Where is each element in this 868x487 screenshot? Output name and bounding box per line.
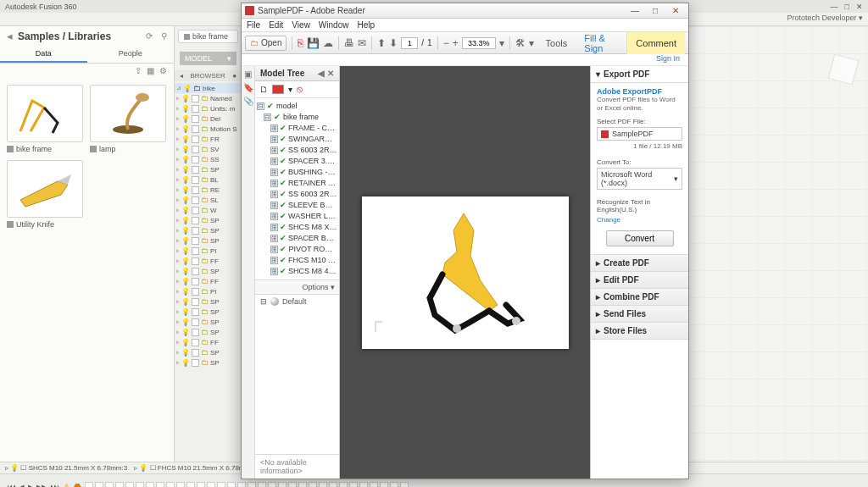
selected-file-field[interactable]: SamplePDF [597,127,682,141]
zoom-input[interactable] [462,37,496,49]
user-menu[interactable]: Prototech Developer ▾ [787,14,863,22]
document-view[interactable] [340,66,590,479]
zoom-in-icon[interactable]: + [453,37,459,49]
page-input[interactable] [401,37,418,49]
tree-row[interactable]: ▹💡🗀BL [175,174,242,185]
menu-window[interactable]: Window [319,20,349,30]
tree-row[interactable]: ▹💡🗀SL [175,195,242,205]
tree-row[interactable]: ▹💡🗀SP [175,266,242,276]
model-tree-item[interactable]: ⊞✔PIVOT ROCKER [257,244,337,255]
model-tree-item[interactable]: ⊞✔FHCS M10 21.5m [257,255,337,266]
reader-titlebar[interactable]: SamplePDF - Adobe Reader — □ ✕ [242,3,688,19]
tree-row[interactable]: ▹💡🗀SP [175,357,242,368]
tab-people[interactable]: People [87,46,175,63]
reader-close-icon[interactable]: ✕ [666,5,685,16]
tree-row[interactable]: ▹💡🗀SP [175,347,242,357]
menu-edit[interactable]: Edit [269,20,283,30]
tree-row[interactable]: ▹💡🗀FF [175,337,242,347]
chevron-down-icon[interactable]: ▾ [499,37,504,49]
chevron-down-icon[interactable]: ▾ [529,37,534,49]
model-tree-item[interactable]: ⊞✔SPACER 3.5 X 17 X [257,156,337,167]
tree-row[interactable]: ▹💡🗀SV [175,144,242,154]
tree-row[interactable]: ▹💡🗀SP [175,327,242,337]
tool-icon[interactable]: 🛠 [515,37,526,49]
tab-comment[interactable]: Comment [626,32,685,54]
model-tree-item[interactable]: ⊞✔SHCS M8 40mm 1 [257,266,337,277]
mail-icon[interactable]: ✉ [358,37,366,49]
maximize-icon[interactable]: □ [845,3,849,11]
options-button[interactable]: Options ▾ [255,279,339,295]
timeline-features[interactable] [85,482,409,488]
model-tree-item[interactable]: ⊞✔BUSHING - 17mm [257,167,337,178]
tab-fill-sign[interactable]: Fill & Sign [576,32,626,54]
tree-row[interactable]: ▹💡🗀Units: m [175,103,242,113]
model-tree-item[interactable]: ⊟✔bike frame [257,112,337,123]
back-icon[interactable]: ◂ [7,30,13,42]
reader-minimize-icon[interactable]: — [626,5,644,16]
create-pdf-icon[interactable]: ⎘ [298,37,303,49]
open-button[interactable]: 🗀Open [245,36,287,51]
search-icon[interactable]: ⚲ [161,31,167,41]
refresh-icon[interactable]: ⟳ [146,31,153,41]
thumbnails-icon[interactable]: ▣ [244,69,252,79]
tree-row[interactable]: ▹💡🗀RE [175,185,242,195]
model-tree-item[interactable]: ⊞✔FRAME - CARBON [257,123,337,134]
tree-row[interactable]: ▹💡🗀SP [175,296,242,307]
stop-icon[interactable]: ⦸ [297,84,303,95]
close-icon[interactable]: ✕ [856,3,863,11]
menu-view[interactable]: View [292,20,310,30]
gear-icon[interactable]: ⚙ [159,66,167,75]
tree-row[interactable]: ▹💡🗀SP [175,164,242,174]
model-tree-item[interactable]: ⊞✔SPACER BEARING [257,233,337,244]
reader-maximize-icon[interactable]: □ [646,5,665,16]
menu-file[interactable]: File [247,20,260,30]
section-send[interactable]: ▸Send Files [591,306,688,323]
save-icon[interactable]: 💾 [307,37,320,49]
color-swatch[interactable] [272,85,284,94]
warning-icon[interactable]: ⚠ [63,482,70,487]
model-tree-item[interactable]: ⊞✔SLEEVE BEARING F [257,200,337,211]
section-edit[interactable]: ▸Edit PDF [591,272,688,289]
tree-row[interactable]: ▹💡🗀SP [175,317,242,327]
tree-row[interactable]: ▹💡🗀SP [175,235,242,246]
section-store[interactable]: ▸Store Files [591,323,688,340]
cloud-icon[interactable]: ☁ [323,37,333,49]
browser-tree[interactable]: ⊿💡🗀bike▹💡🗀Named▹💡🗀Units: m▹💡🗀Del▹💡🗀Motio… [175,81,242,462]
menu-help[interactable]: Help [357,20,375,30]
tree-row[interactable]: ▹💡🗀PI [175,286,242,296]
page-prev-icon[interactable]: ⬆ [377,37,386,49]
page-next-icon[interactable]: ⬇ [389,37,398,49]
tree-row[interactable]: ▹💡🗀SP [175,307,242,317]
card-bike-frame[interactable]: bike frame [7,85,83,153]
tree-row[interactable]: ▹💡🗀SP [175,225,242,235]
tree-row[interactable]: ▹💡🗀W [175,205,242,215]
tab-data[interactable]: Data [0,46,87,63]
tree-row[interactable]: ▹💡🗀SS [175,154,242,164]
minimize-icon[interactable]: — [831,3,838,11]
model-tree-item[interactable]: ⊞✔SWINGARM - WEL [257,134,337,145]
convert-to-select[interactable]: Microsoft Word (*.docx)▾ [597,168,682,190]
signin-link[interactable]: Sign In [242,54,688,66]
timeline-prev-icon[interactable]: ◂ [19,481,25,487]
tree-row[interactable]: ▹💡🗀Motion S [175,124,242,134]
upload-icon[interactable]: ⇪ [135,66,142,75]
model-tree-item[interactable]: ⊞✔RETAINER BUSHIN [257,178,337,189]
timeline-end-icon[interactable]: ⏭ [50,482,59,488]
workspace-switcher[interactable]: MODEL▾ [180,52,236,65]
model-tree-item[interactable]: ⊞✔WASHER LOCK M [257,211,337,222]
tree-row[interactable]: ▹💡🗀PI [175,246,242,256]
tree-row[interactable]: ▹💡🗀FR [175,134,242,144]
timeline-next-icon[interactable]: ▸▸ [36,481,47,487]
chevron-down-icon[interactable]: ▾ [288,85,292,94]
grid-icon[interactable]: ▦ [147,66,154,75]
marker-icon[interactable]: ⬣ [74,482,81,487]
tree-row[interactable]: ▹💡🗀Del [175,113,242,124]
tree-row[interactable]: ▹💡🗀Named [175,93,242,103]
section-create[interactable]: ▸Create PDF [591,255,688,272]
change-link[interactable]: Change [597,216,682,224]
design-tab[interactable]: bike frame [178,30,238,43]
tree-row[interactable]: ▹💡🗀SP [175,215,242,225]
timeline-play-icon[interactable]: ▸ [28,481,33,487]
tree-row[interactable]: ▹💡🗀FF [175,256,242,266]
bookmark-icon[interactable]: 🔖 [243,83,253,92]
